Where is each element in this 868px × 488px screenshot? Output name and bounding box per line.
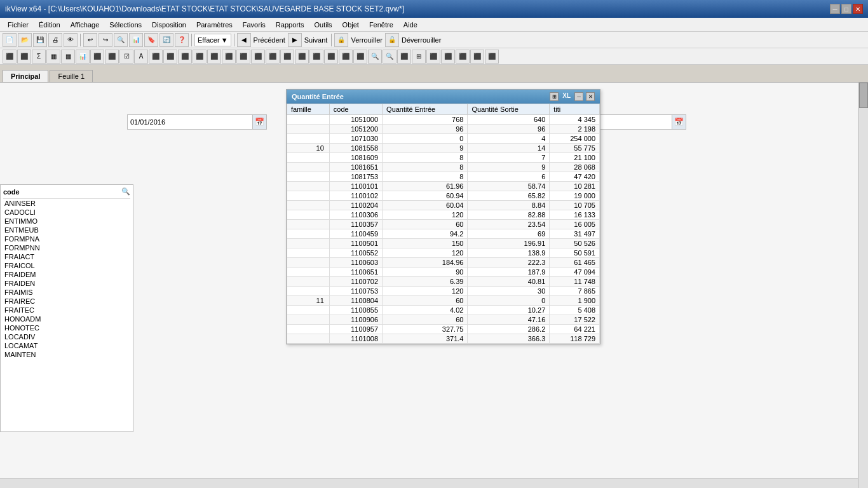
tb2-7[interactable]: ⬛ (90, 50, 104, 64)
code-item-frairec[interactable]: FRAIREC (3, 297, 130, 306)
code-panel: code 🔍 ANINSER CADOCLI ENTIMMO ENTMEUB F… (0, 184, 133, 432)
tb-chart[interactable]: 📊 (129, 33, 143, 47)
tb2-15[interactable]: ⬛ (207, 50, 221, 64)
tb2-zoom-in[interactable]: 🔍 (368, 50, 382, 64)
tb-save[interactable]: 💾 (33, 33, 47, 47)
tb-bookmark[interactable]: 🔖 (144, 33, 158, 47)
menu-favoris[interactable]: Favoris (238, 20, 271, 30)
minimize-button[interactable]: ─ (830, 4, 840, 14)
tb2-32[interactable]: ⬛ (456, 50, 470, 64)
tb-arrow-left[interactable]: ◀ (237, 33, 251, 47)
tb2-30[interactable]: ⬛ (426, 50, 440, 64)
menu-objet[interactable]: Objet (337, 20, 364, 30)
tb2-5[interactable]: ▦ (61, 50, 75, 64)
tb2-28[interactable]: ⬛ (397, 50, 411, 64)
scroll-thumb[interactable] (859, 83, 868, 108)
tab-feuille1[interactable]: Feuille 1 (50, 70, 93, 82)
tb2-14[interactable]: ⬛ (193, 50, 207, 64)
tb-arrow-right[interactable]: ▶ (288, 33, 302, 47)
close-button[interactable]: ✕ (853, 4, 863, 14)
tb-search[interactable]: 🔍 (114, 33, 128, 47)
tb2-31[interactable]: ⬛ (441, 50, 455, 64)
menu-rapports[interactable]: Rapports (271, 20, 309, 30)
tb-preview[interactable]: 👁 (64, 33, 78, 47)
tb2-table[interactable]: ▦ (46, 50, 60, 64)
tb2-grid[interactable]: ⊞ (412, 50, 426, 64)
code-item-formpna[interactable]: FORMPNA (3, 234, 130, 243)
code-item-honoadm[interactable]: HONOADM (3, 315, 130, 323)
tab-principal[interactable]: Principal (3, 70, 48, 82)
code-item-mainten[interactable]: MAINTEN (3, 350, 130, 359)
tb2-2[interactable]: ⬛ (17, 50, 31, 64)
tb-undo[interactable]: ↩ (83, 33, 97, 47)
tb2-33[interactable]: ⬛ (470, 50, 484, 64)
tb2-23[interactable]: ⬛ (324, 50, 338, 64)
tb-help[interactable]: ❓ (175, 33, 189, 47)
menu-edition[interactable]: Édition (34, 20, 65, 30)
tb2-25[interactable]: ⬛ (353, 50, 367, 64)
menu-aide[interactable]: Aide (398, 20, 423, 30)
code-item-fraitec[interactable]: FRAITEC (3, 306, 130, 315)
tb2-check[interactable]: ☑ (119, 50, 133, 64)
table-row: 1100501 150 196.91 50 526 (287, 239, 600, 248)
tb2-20[interactable]: ⬛ (280, 50, 294, 64)
code-item-locadiv[interactable]: LOCADIV (3, 332, 130, 341)
tb2-zoom-out[interactable]: 🔍 (383, 50, 397, 64)
bottom-scrollbar[interactable] (0, 478, 858, 488)
tb2-17[interactable]: ⬛ (236, 50, 250, 64)
menu-selections[interactable]: Sélections (104, 20, 147, 30)
menu-disposition[interactable]: Disposition (147, 20, 191, 30)
code-item-formpnn[interactable]: FORMPNN (3, 243, 130, 252)
tb2-21[interactable]: ⬛ (295, 50, 309, 64)
code-item-honotec[interactable]: HONOTEC (3, 323, 130, 332)
code-item-fraimis[interactable]: FRAIMIS (3, 288, 130, 297)
code-item-fraicol[interactable]: FRAICOL (3, 261, 130, 270)
tb2-chart2[interactable]: 📊 (76, 50, 90, 64)
tb2-19[interactable]: ⬛ (266, 50, 280, 64)
panel-close-btn[interactable]: ✕ (586, 92, 595, 101)
code-item-fraidem[interactable]: FRAIDEM (3, 270, 130, 279)
code-item-cadocli[interactable]: CADOCLI (3, 208, 130, 217)
code-item-fraiact[interactable]: FRAIACT (3, 252, 130, 261)
date-end-calendar-button[interactable]: 📅 (672, 115, 686, 129)
tb2-22[interactable]: ⬛ (309, 50, 323, 64)
tb2-8[interactable]: ⬛ (105, 50, 119, 64)
menu-parametres[interactable]: Paramètres (191, 20, 238, 30)
effacer-dropdown[interactable]: Effacer ▼ (194, 34, 231, 46)
tb2-1[interactable]: ⬛ (3, 50, 17, 64)
tb2-11[interactable]: ⬛ (149, 50, 163, 64)
code-item-fraiden[interactable]: FRAIDEN (3, 279, 130, 288)
tb2-24[interactable]: ⬛ (339, 50, 353, 64)
tb2-12[interactable]: ⬛ (163, 50, 177, 64)
menu-fichier[interactable]: Fichier (3, 20, 34, 30)
date-start-input[interactable] (128, 118, 252, 126)
code-search-icon[interactable]: 🔍 (121, 187, 130, 196)
code-item-entmeub[interactable]: ENTMEUB (3, 226, 130, 234)
tb-redo[interactable]: ↪ (98, 33, 112, 47)
tb-print[interactable]: 🖨 (48, 33, 62, 47)
tb2-34[interactable]: ⬛ (485, 50, 499, 64)
tb2-16[interactable]: ⬛ (222, 50, 236, 64)
tb-unlock[interactable]: 🔓 (385, 33, 399, 47)
date-start-calendar-button[interactable]: 📅 (252, 115, 266, 129)
tb-open[interactable]: 📂 (18, 33, 32, 47)
menu-outils[interactable]: Outils (309, 20, 337, 30)
cell-qte-sortie: 96 (468, 125, 550, 134)
code-item-locamat[interactable]: LOCAMAT (3, 341, 130, 350)
tb2-18[interactable]: ⬛ (251, 50, 265, 64)
data-table-scroll[interactable]: famille code Quantité Entrée Quantité So… (287, 104, 600, 344)
panel-icon-btn[interactable]: ⊞ (550, 92, 559, 101)
code-item-aninser[interactable]: ANINSER (3, 199, 130, 208)
tb-lock[interactable]: 🔒 (334, 33, 348, 47)
right-scrollbar[interactable] (858, 83, 868, 488)
panel-minimize-btn[interactable]: ─ (574, 92, 583, 101)
tb2-13[interactable]: ⬛ (178, 50, 192, 64)
menu-fenetre[interactable]: Fenêtre (364, 20, 398, 30)
menu-affichage[interactable]: Affichage (65, 20, 105, 30)
tb-refresh[interactable]: 🔄 (159, 33, 173, 47)
code-item-entimmo[interactable]: ENTIMMO (3, 217, 130, 226)
tb2-sum[interactable]: Σ (32, 50, 46, 64)
tb2-text[interactable]: A (134, 50, 148, 64)
tb-new[interactable]: 📄 (3, 33, 17, 47)
maximize-button[interactable]: □ (841, 4, 851, 14)
